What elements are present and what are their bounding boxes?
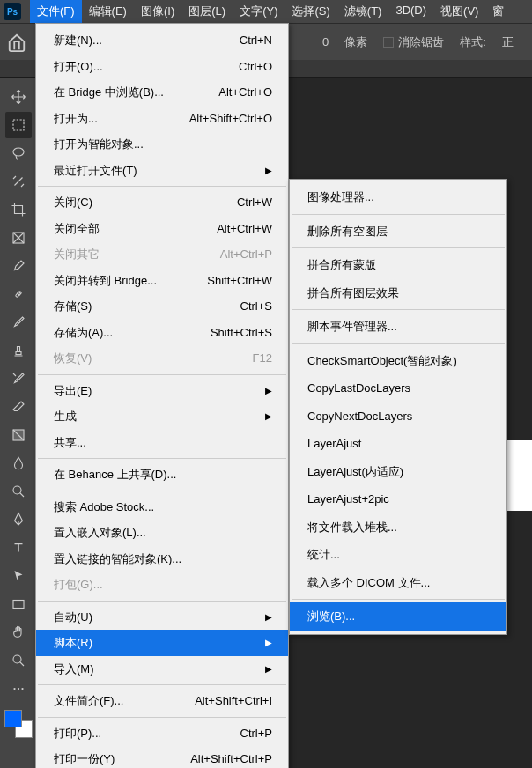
- file-menu-item-3[interactable]: 打开为...Alt+Shift+Ctrl+O: [36, 106, 288, 132]
- scripts-item-19[interactable]: 浏览(B)...: [290, 602, 506, 631]
- file-menu-item-8[interactable]: 关闭全部Alt+Ctrl+W: [36, 216, 288, 242]
- scripts-item-17[interactable]: 载入多个 DICOM 文件...: [290, 569, 506, 597]
- scripts-item-15[interactable]: 将文件载入堆栈...: [290, 513, 506, 542]
- scripts-submenu: 图像处理器...删除所有空图层拼合所有蒙版拼合所有图层效果脚本事件管理器...C…: [289, 179, 507, 635]
- file-menu-item-11[interactable]: 存储(S)Ctrl+S: [36, 293, 288, 320]
- rectangle-tool[interactable]: [5, 591, 32, 617]
- scripts-item-14[interactable]: LayerAjust+2pic: [290, 485, 506, 513]
- file-menu-item-22[interactable]: 置入嵌入对象(L)...: [36, 520, 288, 546]
- file-menu-item-15[interactable]: 导出(E)▶: [36, 378, 288, 404]
- menu-item-label: 置入嵌入对象(L)...: [54, 524, 146, 542]
- scripts-item-5[interactable]: 拼合所有图层效果: [290, 279, 506, 307]
- menu-item-label: 在 Bridge 中浏览(B)...: [54, 84, 164, 101]
- style-label: 样式:: [460, 34, 486, 50]
- menu-0[interactable]: 文件(F): [30, 0, 82, 23]
- scripts-item-7[interactable]: 脚本事件管理器...: [290, 313, 506, 341]
- path-select-tool[interactable]: [5, 563, 32, 589]
- scripts-item-2[interactable]: 删除所有空图层: [290, 218, 506, 246]
- menu-item-label: 恢复(V): [54, 350, 92, 367]
- home-icon[interactable]: [7, 33, 26, 52]
- antialias-checkbox[interactable]: 消除锯齿: [383, 34, 444, 50]
- menu-8[interactable]: 视图(V): [433, 0, 485, 23]
- lasso-tool[interactable]: [5, 140, 32, 166]
- file-menu-item-2[interactable]: 在 Bridge 中浏览(B)...Alt+Ctrl+O: [36, 79, 288, 106]
- crop-tool[interactable]: [5, 196, 32, 223]
- move-tool[interactable]: [5, 84, 32, 110]
- file-menu-item-12[interactable]: 存储为(A)...Shift+Ctrl+S: [36, 320, 288, 346]
- scripts-item-0[interactable]: 图像处理器...: [290, 183, 506, 211]
- scripts-item-10[interactable]: CopyLastDocLayers: [290, 374, 506, 402]
- file-menu-item-10[interactable]: 关闭并转到 Bridge...Shift+Ctrl+W: [36, 268, 288, 294]
- menu-item-label: 打开为智能对象...: [54, 136, 144, 153]
- pen-tool[interactable]: [5, 506, 32, 533]
- scripts-item-9[interactable]: CheckSmartObject(智能对象): [290, 347, 506, 375]
- menu-item-label: 在 Behance 上共享(D)...: [54, 466, 176, 484]
- foreground-color-swatch[interactable]: [4, 710, 22, 727]
- submenu-arrow-icon: ▶: [265, 662, 272, 676]
- menu-item-shortcut: Ctrl+S: [240, 298, 272, 315]
- menu-item-shortcut: Alt+Shift+Ctrl+I: [195, 692, 272, 710]
- menu-item-label: 打开为...: [54, 110, 98, 128]
- eraser-tool[interactable]: [5, 394, 32, 420]
- zoom-tool[interactable]: [5, 647, 32, 674]
- menu-2[interactable]: 图像(I): [134, 0, 181, 23]
- menu-1[interactable]: 编辑(E): [82, 0, 134, 23]
- menu-item-label: 打包(G)...: [54, 576, 103, 594]
- menu-item-label: 生成: [54, 408, 77, 425]
- color-swatches[interactable]: [4, 710, 33, 738]
- file-menu-item-5[interactable]: 最近打开文件(T)▶: [36, 158, 288, 184]
- menu-item-label: 共享...: [54, 434, 86, 452]
- file-menu-item-23[interactable]: 置入链接的智能对象(K)...: [36, 546, 288, 572]
- menu-6[interactable]: 滤镜(T): [337, 0, 389, 23]
- menu-3[interactable]: 图层(L): [181, 0, 233, 23]
- wand-tool[interactable]: [5, 168, 32, 195]
- file-menu-item-33[interactable]: 打印一份(Y)Alt+Shift+Ctrl+P: [36, 746, 288, 768]
- file-menu-item-7[interactable]: 关闭(C)Ctrl+W: [36, 189, 288, 216]
- scripts-item-4[interactable]: 拼合所有蒙版: [290, 251, 506, 279]
- scripts-item-12[interactable]: LayerAjust: [290, 430, 506, 458]
- history-brush-tool[interactable]: [5, 366, 32, 392]
- dodge-tool[interactable]: [5, 478, 32, 505]
- menu-separator: [38, 374, 286, 375]
- edit-toolbar[interactable]: [5, 676, 32, 702]
- file-menu-item-21[interactable]: 搜索 Adobe Stock...: [36, 494, 288, 521]
- file-menu-item-27[interactable]: 脚本(R)▶: [36, 630, 288, 656]
- marquee-tool[interactable]: [5, 112, 32, 138]
- file-menu-item-4[interactable]: 打开为智能对象...: [36, 131, 288, 158]
- file-menu-item-16[interactable]: 生成▶: [36, 403, 288, 430]
- frame-tool[interactable]: [5, 225, 32, 251]
- menu-separator: [38, 717, 286, 718]
- menu-item-label: 搜索 Adobe Stock...: [54, 498, 154, 516]
- scripts-item-16[interactable]: 统计...: [290, 541, 506, 569]
- menu-item-label: 脚本(R): [54, 634, 92, 652]
- file-menu-item-1[interactable]: 打开(O)...Ctrl+O: [36, 54, 288, 80]
- ps-logo-icon: Ps: [4, 3, 21, 20]
- gradient-tool[interactable]: [5, 422, 32, 448]
- menu-7[interactable]: 3D(D): [388, 0, 433, 23]
- menu-9[interactable]: 窗: [485, 0, 511, 23]
- menu-4[interactable]: 文字(Y): [233, 0, 284, 23]
- healing-tool[interactable]: [5, 281, 32, 307]
- file-menu-item-32[interactable]: 打印(P)...Ctrl+P: [36, 720, 288, 747]
- file-menu-item-0[interactable]: 新建(N)...Ctrl+N: [36, 27, 288, 54]
- file-menu-item-26[interactable]: 自动(U)▶: [36, 604, 288, 631]
- stamp-tool[interactable]: [5, 337, 32, 364]
- scripts-item-13[interactable]: LayerAjust(内适应): [290, 458, 506, 486]
- blur-tool[interactable]: [5, 450, 32, 476]
- file-menu-item-28[interactable]: 导入(M)▶: [36, 656, 288, 683]
- file-menu-item-19[interactable]: 在 Behance 上共享(D)...: [36, 462, 288, 488]
- file-menu-item-17[interactable]: 共享...: [36, 430, 288, 456]
- scripts-item-11[interactable]: CopyNextDocLayers: [290, 402, 506, 431]
- svg-point-1: [13, 148, 24, 156]
- brush-tool[interactable]: [5, 309, 32, 336]
- submenu-arrow-icon: ▶: [265, 384, 272, 397]
- type-tool[interactable]: [5, 535, 32, 561]
- file-menu-item-30[interactable]: 文件简介(F)...Alt+Shift+Ctrl+I: [36, 688, 288, 714]
- antialias-label: 消除锯齿: [398, 35, 444, 48]
- file-menu-item-13: 恢复(V)F12: [36, 345, 288, 372]
- menu-item-shortcut: Alt+Ctrl+W: [217, 220, 272, 238]
- menu-item-label: 关闭其它: [54, 246, 100, 263]
- hand-tool[interactable]: [5, 619, 32, 646]
- eyedropper-tool[interactable]: [5, 253, 32, 279]
- menu-5[interactable]: 选择(S): [284, 0, 336, 23]
